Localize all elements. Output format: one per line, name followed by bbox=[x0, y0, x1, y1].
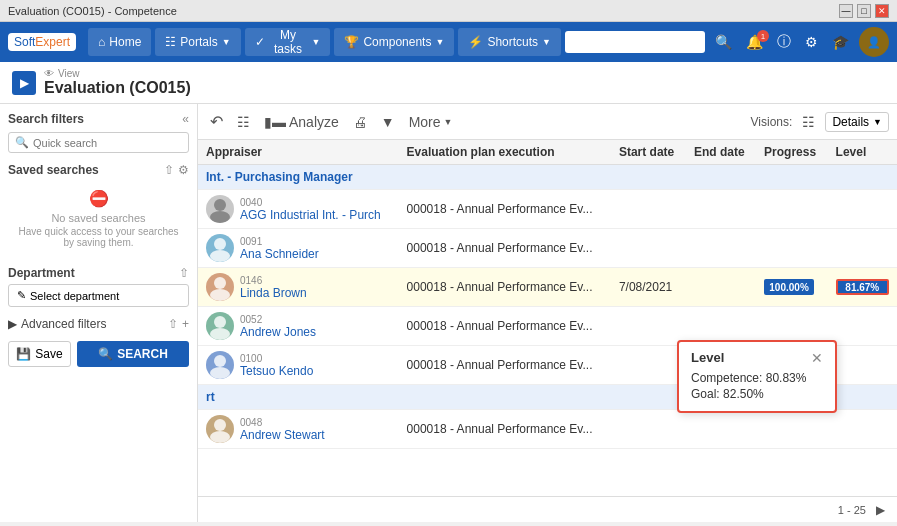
export-filters-button[interactable]: ⇧ bbox=[168, 317, 178, 331]
quick-search-input[interactable] bbox=[33, 137, 182, 149]
shortcuts-nav-button[interactable]: ⚡ Shortcuts ▼ bbox=[458, 28, 561, 56]
print-button[interactable]: 🖨 bbox=[349, 112, 371, 132]
search-btn-icon: 🔍 bbox=[98, 347, 113, 361]
appraiser-code: 0091 bbox=[240, 236, 319, 247]
visions-area: Visions: ☷ Details ▼ bbox=[751, 112, 889, 132]
back-button[interactable]: ↶ bbox=[206, 110, 227, 133]
start-cell bbox=[611, 229, 686, 268]
collapse-sidebar-button[interactable]: « bbox=[182, 112, 189, 126]
col-header-progress: Progress bbox=[756, 140, 828, 165]
avatar-0040 bbox=[206, 195, 234, 223]
popup-header: Level ✕ bbox=[691, 350, 823, 365]
department-title: Department bbox=[8, 266, 75, 280]
manage-saved-search-button[interactable]: ⚙ bbox=[178, 163, 189, 177]
window-controls: — □ ✕ bbox=[839, 4, 889, 18]
mytasks-nav-button[interactable]: ✓ My tasks ▼ bbox=[245, 28, 331, 56]
plan-cell: 000018 - Annual Performance Ev... bbox=[399, 268, 611, 307]
table-wrapper: Appraiser Evaluation plan execution Star… bbox=[198, 140, 897, 496]
svg-point-7 bbox=[210, 328, 230, 340]
popup-title: Level bbox=[691, 350, 724, 365]
plan-cell: 000018 - Annual Performance Ev... bbox=[399, 229, 611, 268]
start-cell bbox=[611, 190, 686, 229]
page-header: ▶ 👁 View Evaluation (CO015) bbox=[0, 62, 897, 104]
add-filter-button[interactable]: + bbox=[182, 317, 189, 331]
notification-button[interactable]: 🔔 1 bbox=[742, 32, 767, 52]
portals-label: Portals bbox=[180, 35, 217, 49]
end-cell bbox=[686, 268, 756, 307]
avatar-0048 bbox=[206, 415, 234, 443]
saved-searches-header: Saved searches ⇧ ⚙ bbox=[8, 163, 189, 177]
svg-point-6 bbox=[214, 316, 226, 328]
no-saved-sub: Have quick access to your searches by sa… bbox=[12, 226, 185, 248]
appraiser-cell: 0146 Linda Brown bbox=[198, 268, 399, 307]
more-button[interactable]: More ▼ bbox=[405, 112, 457, 132]
sidebar-footer: 💾 Save 🔍 SEARCH bbox=[8, 341, 189, 367]
table-row-highlighted[interactable]: 0146 Linda Brown 000018 - Annual Perform… bbox=[198, 268, 897, 307]
level-cell bbox=[828, 346, 897, 385]
advanced-filters-toggle[interactable]: ▶ Advanced filters bbox=[8, 317, 106, 331]
level-cell[interactable]: 81.67% bbox=[828, 268, 897, 307]
print-chevron-button[interactable]: ▼ bbox=[377, 112, 399, 132]
table-row[interactable]: 0091 Ana Schneider 000018 - Annual Perfo… bbox=[198, 229, 897, 268]
content-area: ↶ ☷ ▮▬ Analyze 🖨 ▼ More ▼ Visions: ☷ Det… bbox=[198, 104, 897, 522]
components-label: Components bbox=[363, 35, 431, 49]
start-cell bbox=[611, 410, 686, 449]
svg-point-0 bbox=[214, 199, 226, 211]
analyze-button[interactable]: ▮▬ Analyze bbox=[260, 112, 343, 132]
view-icon: 👁 bbox=[44, 68, 54, 79]
svg-point-8 bbox=[214, 355, 226, 367]
appraiser-info-0052: 0052 Andrew Jones bbox=[240, 314, 316, 339]
minimize-button[interactable]: — bbox=[839, 4, 853, 18]
home-nav-button[interactable]: ⌂ Home bbox=[88, 28, 151, 56]
select-department-button[interactable]: ✎ Select department bbox=[8, 284, 189, 307]
sidebar: Search filters « 🔍 Saved searches ⇧ ⚙ ⛔ … bbox=[0, 104, 198, 522]
col-header-level: Level bbox=[828, 140, 897, 165]
level-cell bbox=[828, 307, 897, 346]
progress-cell bbox=[756, 229, 828, 268]
nav-search-area: 🔍 🔔 1 ⓘ ⚙ 🎓 👤 bbox=[565, 27, 889, 57]
appraiser-0100: 0100 Tetsuo Kendo bbox=[206, 351, 391, 379]
education-button[interactable]: 🎓 bbox=[828, 32, 853, 52]
shortcuts-chevron-icon: ▼ bbox=[542, 37, 551, 47]
appraiser-code: 0040 bbox=[240, 197, 381, 208]
advanced-filters-section: ▶ Advanced filters ⇧ + bbox=[8, 317, 189, 331]
pagination-next-button[interactable]: ▶ bbox=[872, 501, 889, 519]
nav-search-input[interactable] bbox=[565, 31, 705, 53]
portals-nav-button[interactable]: ☷ Portals ▼ bbox=[155, 28, 240, 56]
progress-cell bbox=[756, 190, 828, 229]
level-badge[interactable]: 81.67% bbox=[836, 279, 889, 295]
add-dept-button[interactable]: ⇧ bbox=[179, 266, 189, 280]
save-search-button[interactable]: 💾 Save bbox=[8, 341, 71, 367]
table-row[interactable]: 0040 AGG Industrial Int. - Purch 000018 … bbox=[198, 190, 897, 229]
trophy-icon: 🏆 bbox=[344, 35, 359, 49]
col-header-appraiser: Appraiser bbox=[198, 140, 399, 165]
mytasks-label: My tasks bbox=[269, 28, 308, 56]
close-button[interactable]: ✕ bbox=[875, 4, 889, 18]
floppy-icon: 💾 bbox=[16, 347, 31, 361]
help-button[interactable]: ⓘ bbox=[773, 31, 795, 53]
grid-view-button[interactable]: ☷ bbox=[233, 112, 254, 132]
plan-cell: 000018 - Annual Performance Ev... bbox=[399, 307, 611, 346]
check-icon: ✓ bbox=[255, 35, 265, 49]
components-nav-button[interactable]: 🏆 Components ▼ bbox=[334, 28, 454, 56]
level-cell bbox=[828, 229, 897, 268]
advanced-filters-title: Advanced filters bbox=[21, 317, 106, 331]
appraiser-info-0091: 0091 Ana Schneider bbox=[240, 236, 319, 261]
settings-button[interactable]: ⚙ bbox=[801, 32, 822, 52]
start-cell: 7/08/2021 bbox=[611, 268, 686, 307]
popup-close-button[interactable]: ✕ bbox=[811, 351, 823, 365]
appraiser-info-0146: 0146 Linda Brown bbox=[240, 275, 307, 300]
progress-cell bbox=[756, 410, 828, 449]
advanced-filters-icons: ⇧ + bbox=[168, 317, 189, 331]
visions-grid-icon[interactable]: ☷ bbox=[798, 112, 819, 132]
add-saved-search-button[interactable]: ⇧ bbox=[164, 163, 174, 177]
search-nav-button[interactable]: 🔍 bbox=[711, 32, 736, 52]
search-button[interactable]: 🔍 SEARCH bbox=[77, 341, 189, 367]
appraiser-cell: 0052 Andrew Jones bbox=[198, 307, 399, 346]
more-chevron-icon: ▼ bbox=[444, 117, 453, 127]
col-header-start: Start date bbox=[611, 140, 686, 165]
user-avatar[interactable]: 👤 bbox=[859, 27, 889, 57]
table-row[interactable]: 0048 Andrew Stewart 000018 - Annual Perf… bbox=[198, 410, 897, 449]
page-header-text: 👁 View Evaluation (CO015) bbox=[44, 68, 191, 97]
maximize-button[interactable]: □ bbox=[857, 4, 871, 18]
